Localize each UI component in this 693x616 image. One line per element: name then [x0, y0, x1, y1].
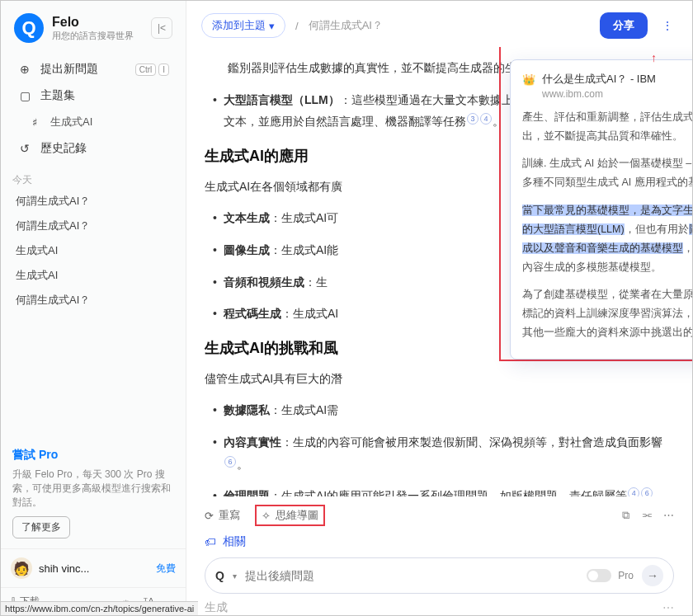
ellipsis-icon: ⋯ [662, 601, 674, 614]
tag-icon: 🏷 [205, 535, 216, 548]
tooltip-body: 產生、評估和重新調整，評估生成式 AI 應用程式的輸出，並不斷提高其品質和準確性… [522, 108, 692, 347]
logo: Q [14, 13, 44, 43]
crown-icon: 👑 [522, 73, 535, 86]
arrow-icon: ↑ [651, 51, 657, 64]
history-item[interactable]: 何謂生成式AI？ [1, 288, 186, 313]
pro-title: 嘗試 Pro [12, 448, 174, 463]
plan-badge: 免費 [156, 562, 176, 576]
mindmap-button[interactable]: ✧思維導圖 [255, 505, 325, 526]
collapse-button[interactable]: |< [151, 17, 172, 39]
tooltip-domain: www.ibm.com [542, 88, 692, 100]
copy-button[interactable]: ⧉ [622, 509, 629, 522]
user-bar[interactable]: 🧑 shih vinc... 免費 [1, 548, 186, 587]
chevron-down-icon: ▾ [269, 20, 275, 32]
main: 添加到主題▾ / 何謂生成式AI？ 分享 ⋮ 鑑別器則評估生成數據的真實性，並不… [186, 1, 692, 615]
tagline: 用您的語言搜尋世界 [52, 30, 134, 42]
related-label: 相關 [223, 534, 246, 549]
share-button[interactable]: 分享 [600, 12, 648, 39]
breadcrumb: 何謂生成式AI？ [309, 18, 383, 33]
submit-button[interactable]: → [642, 565, 663, 586]
username: shih vinc... [39, 562, 89, 575]
chevron-down-icon[interactable]: ▾ [233, 571, 237, 581]
followup-input[interactable] [245, 569, 578, 582]
topics-button[interactable]: ▢主題集 [9, 82, 177, 109]
plus-circle-icon: ⊕ [17, 63, 32, 76]
history-button[interactable]: ↺歷史記錄 [9, 135, 177, 162]
learn-more-button[interactable]: 了解更多 [12, 516, 70, 538]
avatar: 🧑 [11, 557, 32, 579]
refresh-icon: ⟳ [205, 510, 214, 522]
clock-icon: ↺ [17, 142, 32, 155]
rewrite-button[interactable]: ⟳重寫 [205, 508, 240, 523]
generating-label: 生成 [205, 600, 228, 615]
content: 鑑別器則評估生成數據的真實性，並不斷提高生成器的生成能力56。 •大型語言模型（… [186, 47, 692, 496]
hash-icon: ♯ [27, 116, 42, 129]
tooltip-title[interactable]: 什么是生成式AI？ - IBM [542, 72, 656, 87]
history-item[interactable]: 生成式AI [1, 238, 186, 263]
history-item[interactable]: 生成式AI [1, 263, 186, 288]
new-question-label: 提出新問題 [40, 62, 98, 77]
today-label: 今天 [1, 167, 186, 189]
more-button[interactable]: ⋯ [663, 509, 674, 522]
followup-input-bar: Q▾ Pro → [205, 557, 674, 594]
status-bar-url: https://www.ibm.com/cn-zh/topics/generat… [1, 601, 198, 615]
pro-desc: 升級 Felo Pro，每天 300 次 Pro 搜索，可使用更多高級模型進行搜… [12, 468, 174, 510]
history-item[interactable]: 何謂生成式AI？ [1, 189, 186, 214]
citation-tooltip: ↑ 👑什么是生成式AI？ - IBM www.ibm.com 產生、評估和重新調… [510, 59, 692, 360]
brand: Felo [52, 15, 134, 30]
topic-item[interactable]: ♯生成式AI [9, 109, 177, 135]
search-icon[interactable]: Q [215, 569, 224, 582]
pro-card: 嘗試 Pro 升級 Felo Pro，每天 300 次 Pro 搜索，可使用更多… [1, 438, 186, 548]
menu-button[interactable]: ⋮ [658, 16, 677, 35]
new-question-button[interactable]: ⊕ 提出新問題 CtrlI [9, 56, 177, 82]
mindmap-icon: ✧ [262, 510, 271, 522]
pro-toggle[interactable] [587, 569, 611, 582]
sidebar: Q Felo用您的語言搜尋世界 |< ⊕ 提出新問題 CtrlI ▢主題集 ♯生… [1, 1, 186, 615]
history-item[interactable]: 何謂生成式AI？ [1, 214, 186, 238]
share-icon[interactable]: ⫘ [641, 509, 652, 522]
breadcrumb-sep: / [295, 20, 299, 32]
add-to-topic-button[interactable]: 添加到主題▾ [201, 13, 285, 38]
bookmark-icon: ▢ [17, 89, 32, 102]
